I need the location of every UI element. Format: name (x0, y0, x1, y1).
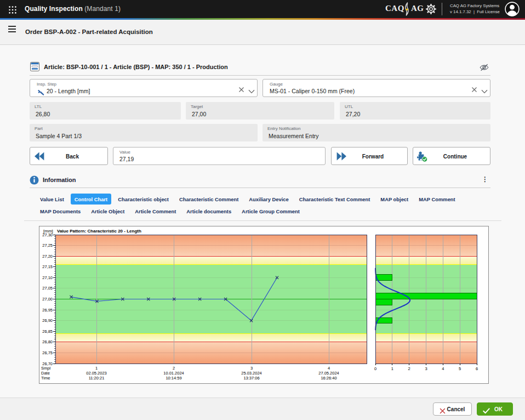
svg-text:4: 4 (328, 366, 330, 371)
svg-text:5: 5 (459, 366, 461, 371)
svg-text:27,05: 27,05 (42, 286, 53, 291)
svg-text:1: 1 (391, 366, 393, 371)
svg-text:3: 3 (425, 366, 427, 371)
svg-text:13:37:06: 13:37:06 (243, 376, 259, 381)
svg-text:3: 3 (250, 366, 253, 371)
svg-text:27,15: 27,15 (42, 264, 53, 269)
svg-text:1: 1 (95, 366, 98, 371)
svg-text:26,80: 26,80 (42, 339, 53, 344)
svg-text:6: 6 (476, 366, 478, 371)
svg-text:2: 2 (408, 366, 410, 371)
svg-text:27,10: 27,10 (42, 275, 53, 280)
svg-text:26,75: 26,75 (42, 350, 53, 355)
svg-text:10:14:59: 10:14:59 (166, 376, 181, 381)
svg-text:Smpl: Smpl (41, 366, 50, 371)
svg-text:16:26:40: 16:26:40 (321, 376, 336, 381)
svg-text:10.01.2024: 10.01.2024 (163, 371, 184, 376)
svg-text:27,25: 27,25 (42, 243, 53, 248)
svg-text:02.05.2023: 02.05.2023 (86, 371, 107, 376)
svg-text:0: 0 (374, 366, 376, 371)
svg-text:25.03.2024: 25.03.2024 (241, 371, 262, 376)
svg-text:2: 2 (173, 366, 175, 371)
svg-text:26,85: 26,85 (42, 329, 53, 334)
svg-text:27,00: 27,00 (42, 297, 53, 302)
svg-text:27,20: 27,20 (42, 254, 53, 259)
svg-text:27.05.2024: 27.05.2024 (318, 371, 339, 376)
svg-text:26,95: 26,95 (42, 308, 53, 313)
svg-text:4: 4 (442, 366, 444, 371)
svg-text:Time: Time (41, 376, 50, 381)
svg-text:26,90: 26,90 (42, 318, 53, 323)
svg-text:Date: Date (41, 371, 50, 376)
svg-text:11:20:21: 11:20:21 (89, 376, 105, 381)
svg-text:27,30: 27,30 (42, 232, 53, 237)
svg-text:Value Pattern: Characteristic: Value Pattern: Characteristic 20 - Lengt… (57, 229, 141, 234)
